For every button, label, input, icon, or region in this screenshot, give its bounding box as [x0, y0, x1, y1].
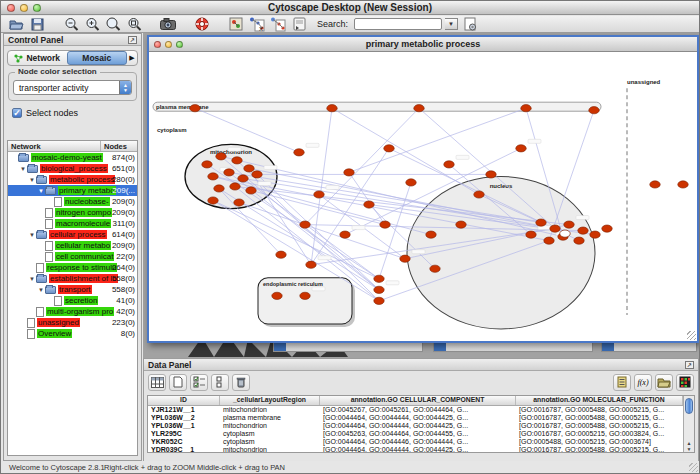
graph-node[interactable]	[202, 161, 212, 168]
open-file-icon[interactable]	[7, 17, 25, 32]
app-resize-grip[interactable]	[689, 463, 698, 472]
tab-mosaic[interactable]: Mosaic	[67, 51, 128, 65]
tree-row[interactable]: unassigned223(0)	[8, 317, 137, 328]
tree-row[interactable]: ▼transport558(0)	[8, 284, 137, 295]
graph-node[interactable]	[590, 231, 600, 238]
tree-row[interactable]: ▼establishment of lo558(0)	[8, 273, 137, 284]
graph-edge[interactable]	[349, 108, 526, 172]
table-row[interactable]: YPL036W__2plasma membrane[GO:0044464, GO…	[148, 414, 683, 422]
table-column-header[interactable]: _cellularLayoutRegion	[220, 396, 320, 405]
graph-node[interactable]	[578, 227, 588, 234]
graph-node[interactable]	[246, 187, 256, 194]
window-titlebar[interactable]: Cytoscape Desktop (New Session)	[1, 1, 699, 15]
expand-arrow-icon[interactable]: ▼	[37, 287, 45, 293]
graph-node[interactable]	[232, 157, 242, 164]
graph-node[interactable]	[430, 265, 440, 272]
graph-node[interactable]	[384, 145, 394, 152]
zoom-fit-icon[interactable]	[125, 17, 143, 32]
graph-node[interactable]	[190, 105, 200, 112]
window-resize-grip[interactable]	[687, 331, 696, 340]
graph-node[interactable]	[400, 255, 410, 262]
graph-node[interactable]	[589, 107, 599, 114]
scrollbar-arrows-icon[interactable]: ▲▼	[684, 440, 694, 452]
vizmap-node-icon[interactable]: X	[248, 17, 266, 32]
formula-builder-icon[interactable]: f(x)	[634, 374, 652, 391]
graph-node[interactable]	[574, 237, 584, 244]
table-row[interactable]: YPL036W__1mitochondrion[GO:0044464, GO:0…	[148, 422, 683, 430]
table-row[interactable]: YDR039C__1mitochondrion[GO:0044464, GO:0…	[148, 446, 683, 452]
graph-node[interactable]	[678, 181, 688, 188]
graph-node[interactable]	[314, 191, 324, 198]
graph-node[interactable]	[650, 181, 660, 188]
graph-node[interactable]	[486, 171, 496, 178]
graph-node[interactable]	[238, 175, 248, 182]
graph-node[interactable]	[224, 169, 234, 176]
tree-row[interactable]: nitrogen compo209(0)	[8, 207, 137, 218]
graph-node[interactable]	[244, 165, 254, 172]
graph-node[interactable]	[536, 219, 546, 226]
node-color-dropdown[interactable]: transporter activity ▲▼	[13, 80, 132, 95]
zoom-in-icon[interactable]	[83, 17, 101, 32]
annotation-icon[interactable]	[227, 17, 245, 32]
zoom-selected-icon[interactable]	[104, 17, 122, 32]
tree-column-nodes[interactable]: Nodes	[101, 141, 137, 151]
expand-arrow-icon[interactable]: ▼	[19, 166, 27, 172]
tab-scroll-right-icon[interactable]: ▶	[127, 54, 137, 62]
table-scrollbar[interactable]: ▲▼	[683, 396, 694, 452]
graph-node[interactable]	[344, 169, 354, 176]
graph-node[interactable]	[374, 275, 384, 282]
expand-arrow-icon[interactable]: ▼	[28, 232, 36, 238]
network-canvas[interactable]: plasma membrane cytoplasm mitochondrion …	[149, 52, 697, 341]
tree-row[interactable]: response to stimulu264(0)	[8, 262, 137, 273]
expand-arrow-icon[interactable]: ▼	[28, 276, 36, 282]
unselect-attributes-icon[interactable]	[211, 374, 229, 391]
help-lifering-icon[interactable]	[193, 17, 211, 32]
graph-node[interactable]	[208, 173, 218, 180]
graph-node[interactable]	[216, 153, 226, 160]
minimize-view-button[interactable]	[165, 41, 172, 48]
graph-node[interactable]	[380, 221, 390, 228]
tab-network[interactable]: Network	[8, 51, 67, 65]
graph-node[interactable]	[252, 171, 262, 178]
scrollbar-thumb[interactable]	[685, 398, 693, 414]
console-icon[interactable]	[290, 17, 308, 32]
search-input[interactable]	[354, 18, 442, 30]
graph-node[interactable]	[300, 292, 310, 299]
tree-row[interactable]: multi-organism pro42(0)	[8, 306, 137, 317]
graph-node[interactable]	[374, 286, 384, 293]
graph-node[interactable]	[474, 191, 484, 198]
new-attribute-icon[interactable]	[169, 374, 187, 391]
graph-node[interactable]	[544, 237, 554, 244]
table-row[interactable]: YKR052Ccytoplasm[GO:0044464, GO:0044446,…	[148, 438, 683, 446]
graph-node[interactable]	[521, 105, 531, 112]
advanced-search-icon[interactable]	[461, 17, 479, 32]
table-row[interactable]: YLR295Ccytoplasm[GO:0045263, GO:0044464,…	[148, 430, 683, 438]
attribute-table-icon[interactable]	[148, 374, 166, 391]
graph-node[interactable]	[602, 225, 612, 232]
graph-node[interactable]	[406, 179, 416, 186]
minimize-window-button[interactable]	[20, 4, 28, 12]
tree-row[interactable]: cellular metabo209(0)	[8, 240, 137, 251]
tree-row[interactable]: ▼cellular process614(0)	[8, 229, 137, 240]
select-attributes-icon[interactable]	[190, 374, 208, 391]
float-panel-icon[interactable]: ↗	[128, 36, 137, 44]
graph-edge[interactable]	[239, 203, 405, 259]
table-column-header[interactable]: annotation.GO MOLECULAR_FUNCTION	[516, 396, 683, 405]
tree-row[interactable]: cell communicat22(0)	[8, 251, 137, 262]
graph-node[interactable]	[364, 201, 374, 208]
graph-node[interactable]	[516, 145, 526, 152]
select-nodes-checkbox[interactable]: ✓	[12, 108, 22, 118]
tree-row[interactable]: macromolecule311(0)	[8, 218, 137, 229]
tree-row[interactable]: Overview8(0)	[8, 328, 137, 339]
graph-node[interactable]	[306, 261, 316, 268]
graph-node[interactable]	[327, 105, 337, 112]
graph-node[interactable]	[208, 197, 218, 204]
attribute-matrix-icon[interactable]	[676, 374, 694, 391]
float-data-panel-icon[interactable]: ↗	[685, 361, 694, 369]
graph-edge[interactable]	[213, 201, 379, 279]
graph-node-selected[interactable]	[560, 230, 570, 237]
snapshot-camera-icon[interactable]	[159, 17, 177, 32]
attribute-list-icon[interactable]	[613, 374, 631, 391]
save-icon[interactable]	[28, 17, 46, 32]
zoom-out-icon[interactable]	[62, 17, 80, 32]
